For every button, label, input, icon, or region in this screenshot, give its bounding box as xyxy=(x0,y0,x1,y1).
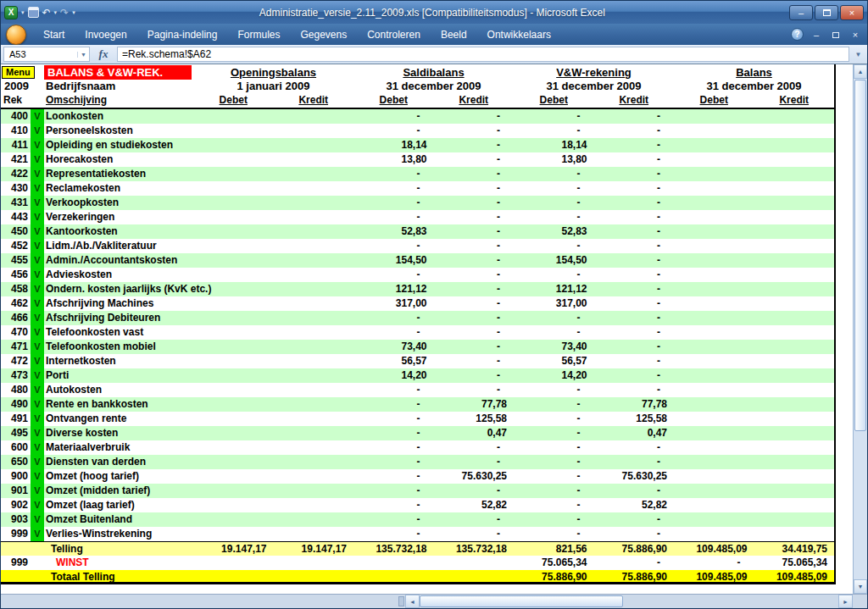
scroll-right-icon[interactable]: ► xyxy=(838,595,853,608)
vertical-scroll-thumb[interactable] xyxy=(854,80,866,431)
cell-amount[interactable]: - xyxy=(353,167,434,181)
workbook-minimize-icon[interactable]: – xyxy=(810,30,823,40)
cell-amount[interactable]: - xyxy=(434,210,515,224)
cell-amount[interactable]: 56,57 xyxy=(514,354,594,368)
check-marker-cell[interactable]: V xyxy=(31,527,44,541)
cell-amount[interactable]: - xyxy=(434,239,515,253)
group-date-1[interactable]: 1 januari 2009 xyxy=(193,79,353,93)
cell-amount[interactable]: - xyxy=(434,440,515,455)
cell-account-name[interactable]: Porti xyxy=(44,368,193,383)
group-header-3[interactable]: V&W-rekening xyxy=(514,65,674,80)
cell-account-number[interactable]: 495 xyxy=(1,426,31,440)
expand-formula-bar-icon[interactable]: ▼ xyxy=(852,51,865,58)
ribbon-tab-gegevens[interactable]: Gegevens xyxy=(290,26,357,43)
total-label[interactable]: Totaal Telling xyxy=(44,570,193,584)
rek-header-cell[interactable]: Rek xyxy=(1,93,31,108)
cell-amount[interactable]: - xyxy=(514,397,594,412)
vertical-scrollbar[interactable]: ▲ ▼ xyxy=(853,64,867,594)
cell-amount[interactable]: - xyxy=(353,109,434,124)
cell-account-number[interactable]: 400 xyxy=(1,109,31,124)
total-label[interactable]: WINST xyxy=(44,556,193,570)
cell-amount[interactable]: - xyxy=(514,412,594,426)
cell-amount[interactable]: - xyxy=(434,368,515,383)
kredit-header-2[interactable]: Kredit xyxy=(434,93,515,108)
cell-account-number[interactable]: 421 xyxy=(1,152,31,167)
cell-amount[interactable]: 18,14 xyxy=(514,138,594,152)
cell-amount[interactable]: - xyxy=(353,196,434,210)
company-name-cell[interactable]: Bedrijfsnaam xyxy=(44,79,193,93)
ribbon-tab-formules[interactable]: Formules xyxy=(227,26,290,43)
cell-amount[interactable]: 52,83 xyxy=(514,224,594,239)
vertical-scroll-track[interactable] xyxy=(854,432,867,579)
cell-account-name[interactable]: Personeelskosten xyxy=(44,124,193,138)
kredit-header-1[interactable]: Kredit xyxy=(274,93,354,108)
cell-amount[interactable]: - xyxy=(353,512,434,527)
formula-input[interactable]: =Rek.schema!$A62 xyxy=(117,47,849,62)
cell-amount[interactable]: 19.147,17 xyxy=(193,542,274,556)
cell-amount[interactable]: 75.886,90 xyxy=(594,542,675,556)
menu-button[interactable]: Menu xyxy=(2,66,35,79)
cell-account-name[interactable]: Internetkosten xyxy=(44,354,193,368)
cell-amount[interactable]: 19.147,17 xyxy=(274,542,354,556)
group-header-2[interactable]: Saldibalans xyxy=(353,65,514,80)
cell-amount[interactable]: 14,20 xyxy=(353,368,434,383)
cell-amount[interactable]: 52,82 xyxy=(594,498,675,512)
cell-amount[interactable]: - xyxy=(514,196,594,210)
cell-amount[interactable]: - xyxy=(514,383,594,397)
cell-amount[interactable]: 0,47 xyxy=(434,426,515,440)
cell-amount[interactable]: 125,58 xyxy=(594,412,675,426)
scroll-up-icon[interactable]: ▲ xyxy=(854,64,867,79)
cell-account-number[interactable]: 903 xyxy=(1,512,31,527)
cell-amount[interactable]: 13,80 xyxy=(514,152,594,167)
cell-amount[interactable]: - xyxy=(594,224,675,239)
cell-amount[interactable]: 75.886,90 xyxy=(594,570,675,584)
cell-amount[interactable]: - xyxy=(514,325,594,340)
kredit-header-4[interactable]: Kredit xyxy=(754,93,835,108)
cell-amount[interactable]: - xyxy=(353,181,434,196)
check-marker-cell[interactable]: V xyxy=(31,340,44,354)
cell-account-number[interactable]: 410 xyxy=(1,124,31,138)
cell-account-number[interactable]: 466 xyxy=(1,311,31,325)
cell-account-number[interactable]: 999 xyxy=(1,556,31,570)
check-marker-cell[interactable]: V xyxy=(31,167,44,181)
cell-account-number[interactable]: 462 xyxy=(1,296,31,311)
cell-amount[interactable]: - xyxy=(594,210,675,224)
cell-amount[interactable]: - xyxy=(434,354,515,368)
cell-amount[interactable]: 109.485,09 xyxy=(674,570,754,584)
help-icon[interactable]: ? xyxy=(791,28,804,41)
cell-account-name[interactable]: Loonkosten xyxy=(44,109,193,124)
cell-amount[interactable]: - xyxy=(434,124,515,138)
cell-amount[interactable]: 52,83 xyxy=(353,224,434,239)
cell-amount[interactable]: 317,00 xyxy=(353,296,434,311)
cell-account-name[interactable]: Diensten van derden xyxy=(44,455,193,469)
check-marker-cell[interactable]: V xyxy=(31,138,44,152)
cell-amount[interactable]: - xyxy=(594,440,675,455)
cell-account-number[interactable]: 422 xyxy=(1,167,31,181)
name-box[interactable]: A53 ▼ xyxy=(3,47,90,62)
cell-account-name[interactable]: Omzet (laag tarief) xyxy=(44,498,193,512)
cell-amount[interactable]: 121,12 xyxy=(514,282,594,296)
group-date-3[interactable]: 31 december 2009 xyxy=(514,79,674,93)
cell-amount[interactable]: - xyxy=(514,124,594,138)
cell-amount[interactable]: 34.419,75 xyxy=(754,542,835,556)
check-marker-cell[interactable]: V xyxy=(31,397,44,412)
scroll-left-icon[interactable]: ◄ xyxy=(405,595,420,608)
cell-amount[interactable]: - xyxy=(353,484,434,498)
cell-amount[interactable]: - xyxy=(514,268,594,282)
cell-amount[interactable]: - xyxy=(353,268,434,282)
cell-account-name[interactable]: Afschrijving Machines xyxy=(44,296,193,311)
cell-account-name[interactable]: Verzekeringen xyxy=(44,210,193,224)
cell-amount[interactable]: - xyxy=(514,239,594,253)
scroll-down-icon[interactable]: ▼ xyxy=(854,579,867,594)
check-marker-cell[interactable]: V xyxy=(31,498,44,512)
cell-account-number[interactable]: 473 xyxy=(1,368,31,383)
cell-amount[interactable]: 109.485,09 xyxy=(674,542,754,556)
cell-amount[interactable]: 14,20 xyxy=(514,368,594,383)
cell-account-number[interactable]: 458 xyxy=(1,282,31,296)
cell-account-name[interactable]: Materiaalverbruik xyxy=(44,440,193,455)
cell-amount[interactable]: - xyxy=(594,368,675,383)
cell-account-name[interactable]: Ontvangen rente xyxy=(44,412,193,426)
cell-amount[interactable]: - xyxy=(594,253,675,268)
cell-amount[interactable]: 109.485,09 xyxy=(754,570,835,584)
cell-amount[interactable]: - xyxy=(353,527,434,541)
